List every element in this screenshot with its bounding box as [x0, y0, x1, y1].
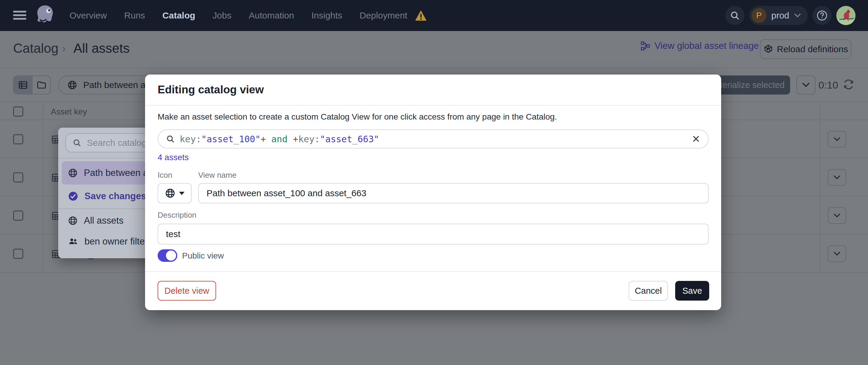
- asset-count-link[interactable]: 4 assets: [158, 153, 189, 162]
- editing-catalog-view-modal: Editing catalog view Make an asset selec…: [145, 74, 721, 310]
- nav-item-catalog[interactable]: Catalog: [162, 10, 195, 21]
- globe-icon: [165, 188, 176, 199]
- deployment-avatar: P: [752, 8, 767, 23]
- nav-item-automation[interactable]: Automation: [249, 10, 294, 21]
- search-icon: [72, 138, 82, 147]
- public-view-label: Public view: [182, 251, 224, 261]
- cancel-button[interactable]: Cancel: [629, 281, 668, 301]
- clear-selection-icon[interactable]: ✕: [692, 134, 701, 144]
- chevron-down-icon: [794, 13, 801, 18]
- save-button[interactable]: Save: [675, 281, 709, 301]
- nav-item-overview[interactable]: Overview: [69, 10, 107, 21]
- modal-title: Editing catalog view: [158, 84, 264, 96]
- help-icon[interactable]: [812, 6, 832, 25]
- asset-selection-input-value[interactable]: key:"asset_100"+ and +key:"asset_663": [180, 134, 687, 144]
- delete-view-button[interactable]: Delete view: [158, 281, 216, 301]
- people-icon: [68, 236, 79, 247]
- globe-icon: [68, 168, 78, 178]
- icon-picker[interactable]: [158, 183, 192, 203]
- caret-down-icon: [179, 192, 184, 195]
- public-view-toggle[interactable]: [158, 249, 177, 262]
- view-name-label: View name: [198, 171, 237, 180]
- hamburger-menu-icon[interactable]: [13, 11, 26, 20]
- nav-item-jobs[interactable]: Jobs: [213, 10, 231, 21]
- check-circle-icon: [68, 191, 79, 202]
- nav-right-cluster: P prod: [725, 6, 856, 25]
- search-icon: [166, 134, 175, 143]
- nav-item-runs[interactable]: Runs: [124, 10, 145, 21]
- modal-description: Make an asset selection to create a cust…: [158, 112, 557, 122]
- dagster-logo: [33, 4, 57, 27]
- asset-selection-input[interactable]: key:"asset_100"+ and +key:"asset_663" ✕: [158, 129, 709, 148]
- search-icon[interactable]: [725, 6, 744, 25]
- user-avatar[interactable]: [836, 6, 856, 25]
- deployment-label: prod: [771, 10, 789, 21]
- description-label: Description: [158, 210, 196, 220]
- deployment-warning-icon: [414, 10, 427, 21]
- nav-item-insights[interactable]: Insights: [311, 10, 342, 21]
- top-nav: Overview Runs Catalog Jobs Automation In…: [0, 0, 868, 31]
- description-input[interactable]: [158, 224, 709, 244]
- icon-label: Icon: [158, 171, 172, 180]
- nav-item-deployment[interactable]: Deployment: [360, 10, 407, 21]
- globe-icon: [68, 215, 78, 226]
- nav-links: Overview Runs Catalog Jobs Automation In…: [69, 0, 427, 31]
- deployment-switcher[interactable]: P prod: [749, 6, 808, 25]
- view-name-input[interactable]: [198, 183, 709, 203]
